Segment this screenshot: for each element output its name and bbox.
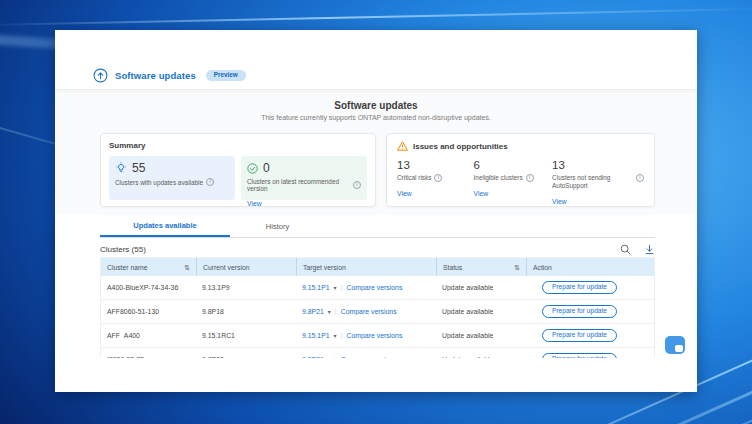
compare-versions-link[interactable]: Compare versions [341, 356, 397, 358]
divider: | [341, 332, 343, 339]
sort-icon[interactable]: ⇅ [514, 264, 520, 271]
latest-version-view-link[interactable]: View [247, 200, 262, 207]
chevron-down-icon[interactable]: ▾ [334, 332, 337, 339]
prepare-for-update-button[interactable]: Prepare for update [542, 281, 617, 295]
no-autosupport-item: 13 Clusters not sending AutoSupport i Vi… [552, 159, 644, 208]
column-header-cluster-name[interactable]: Cluster name ⇅ [101, 258, 196, 276]
clusters-count-label: Clusters (55) [100, 245, 146, 254]
chevron-down-icon[interactable]: ▾ [328, 308, 331, 315]
clusters-list-header: Clusters (55) [100, 242, 655, 257]
tab-history[interactable]: History [230, 215, 325, 237]
current-version-cell: 9.13.1P9 [196, 284, 296, 291]
wallpaper-light-streak [472, 406, 752, 424]
compare-versions-link[interactable]: Compare versions [346, 332, 402, 339]
target-version-cell: 9.15.1P1 ▾ | Compare versions [296, 332, 436, 339]
column-header-status[interactable]: Status ⇅ [436, 258, 526, 276]
table-row: A400-BlueXP-74-34-36 9.13.1P9 9.15.1P1 ▾… [101, 276, 654, 300]
page-title: Software updates [55, 100, 697, 111]
cluster-name-cell: AFF8060-51-130 [101, 308, 196, 315]
cluster-name-cell: f8020-52-72-vsa [101, 356, 196, 358]
critical-risks-view-link[interactable]: View [397, 190, 412, 197]
issues-card-title: Issues and opportunities [413, 142, 508, 151]
clusters-table: Cluster name ⇅ Current version Target ve… [100, 257, 655, 358]
ineligible-clusters-count: 6 [474, 159, 553, 171]
current-version-cell: 9.8P18 [196, 308, 296, 315]
action-cell: Prepare for update [526, 329, 655, 343]
compare-versions-link[interactable]: Compare versions [341, 308, 397, 315]
tab-bar: Updates available History [100, 215, 655, 238]
info-icon[interactable]: i [636, 174, 644, 182]
divider: | [335, 356, 337, 358]
status-cell: Update available [436, 332, 526, 339]
search-icon[interactable] [620, 244, 631, 255]
chevron-down-icon[interactable]: ▾ [328, 356, 331, 358]
divider: | [335, 308, 337, 315]
target-version-link[interactable]: 9.15.1P1 [302, 332, 330, 339]
page-subtitle: This feature currently supports ONTAP au… [55, 114, 697, 121]
info-icon[interactable]: i [353, 181, 361, 189]
table-row: AFF8060-51-130 9.8P18 9.8P21 ▾ | Compare… [101, 300, 654, 324]
updates-available-label: Clusters with updates available [115, 179, 203, 186]
target-version-link[interactable]: 9.8P21 [302, 356, 324, 358]
compare-versions-link[interactable]: Compare versions [346, 284, 402, 291]
column-header-target-version: Target version [296, 258, 436, 276]
no-autosupport-view-link[interactable]: View [552, 198, 567, 205]
no-autosupport-label: Clusters not sending AutoSupport [552, 174, 633, 190]
issues-card: Issues and opportunities 13 Critical ris… [386, 133, 655, 207]
status-cell: Update available [436, 356, 526, 358]
download-icon[interactable] [644, 244, 655, 255]
critical-risks-count: 13 [397, 159, 474, 171]
target-version-cell: 9.8P21 ▾ | Compare versions [296, 308, 436, 315]
action-cell: Prepare for update [526, 281, 655, 295]
column-header-action: Action [526, 258, 655, 276]
chat-widget-icon[interactable] [665, 336, 685, 354]
target-version-link[interactable]: 9.8P21 [302, 308, 324, 315]
info-icon[interactable]: i [526, 174, 534, 182]
info-icon[interactable]: i [434, 174, 442, 182]
latest-version-label: Clusters on latest recommended version [247, 178, 350, 192]
current-version-cell: 9.15.1RC1 [196, 332, 296, 339]
no-autosupport-count: 13 [552, 159, 644, 171]
target-version-cell: 9.15.1P1 ▾ | Compare versions [296, 284, 436, 291]
target-version-link[interactable]: 9.15.1P1 [302, 284, 330, 291]
summary-card-title: Summary [109, 141, 367, 150]
cluster-name-cell: AFF_A400 [101, 332, 196, 339]
latest-version-tile: 0 Clusters on latest recommended version… [241, 156, 367, 200]
page-heading-block: Software updates This feature currently … [55, 100, 697, 121]
sort-icon[interactable]: ⇅ [184, 264, 190, 271]
updates-available-count: 55 [132, 161, 145, 175]
ineligible-clusters-label: Ineligible clusters [474, 174, 523, 182]
status-cell: Update available [436, 284, 526, 291]
divider: | [341, 284, 343, 291]
prepare-for-update-button[interactable]: Prepare for update [542, 353, 617, 358]
preview-badge: Preview [206, 70, 246, 80]
table-row: f8020-52-72-vsa 9.8P20 9.8P21 ▾ | Compar… [101, 348, 654, 358]
page-card: Software updates Preview Software update… [55, 30, 697, 392]
table-row: AFF_A400 9.15.1RC1 9.15.1P1 ▾ | Compare … [101, 324, 654, 348]
chat-widget-notch [675, 345, 683, 352]
bulb-icon [115, 162, 127, 174]
software-update-icon [93, 68, 108, 83]
cluster-name-cell: A400-BlueXP-74-34-36 [101, 284, 196, 291]
chevron-down-icon[interactable]: ▾ [334, 284, 337, 291]
action-cell: Prepare for update [526, 305, 655, 319]
prepare-for-update-button[interactable]: Prepare for update [542, 305, 617, 319]
table-body: A400-BlueXP-74-34-36 9.13.1P9 9.15.1P1 ▾… [101, 276, 654, 358]
ineligible-clusters-view-link[interactable]: View [474, 190, 489, 197]
critical-risks-item: 13 Critical risks i View [397, 159, 474, 208]
status-cell: Update available [436, 308, 526, 315]
ineligible-clusters-item: 6 Ineligible clusters i View [474, 159, 553, 208]
current-version-cell: 9.8P20 [196, 356, 296, 358]
table-header-row: Cluster name ⇅ Current version Target ve… [101, 258, 654, 276]
action-cell: Prepare for update [526, 353, 655, 358]
wallpaper-light-streak [0, 8, 752, 27]
info-icon[interactable]: i [206, 178, 214, 186]
critical-risks-label: Critical risks [397, 174, 431, 182]
tab-updates-available[interactable]: Updates available [100, 215, 230, 237]
target-version-cell: 9.8P21 ▾ | Compare versions [296, 356, 436, 358]
updates-available-tile: 55 Clusters with updates available i [109, 156, 235, 200]
prepare-for-update-button[interactable]: Prepare for update [542, 329, 617, 343]
summary-card: Summary 55 [100, 133, 376, 207]
warning-triangle-icon [397, 141, 408, 151]
column-header-current-version: Current version [196, 258, 296, 276]
